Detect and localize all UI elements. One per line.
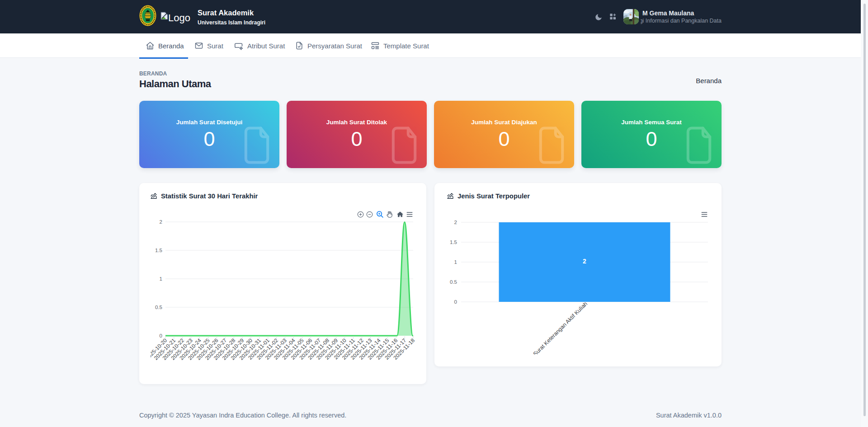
svg-text:2: 2 (160, 219, 162, 225)
svg-text:1: 1 (454, 259, 457, 265)
svg-text:1.5: 1.5 (450, 239, 457, 245)
svg-text:Surat Keterangan Aktif Kuliah: Surat Keterangan Aktif Kuliah (532, 300, 589, 354)
svg-text:0: 0 (454, 299, 457, 305)
svg-text:2: 2 (454, 220, 457, 225)
svg-text:1.5: 1.5 (155, 248, 162, 253)
svg-text:0.5: 0.5 (450, 279, 457, 285)
svg-text:0.5: 0.5 (155, 305, 162, 310)
svg-text:2: 2 (583, 258, 586, 265)
svg-text:1: 1 (160, 276, 162, 282)
svg-text:0: 0 (160, 333, 162, 338)
